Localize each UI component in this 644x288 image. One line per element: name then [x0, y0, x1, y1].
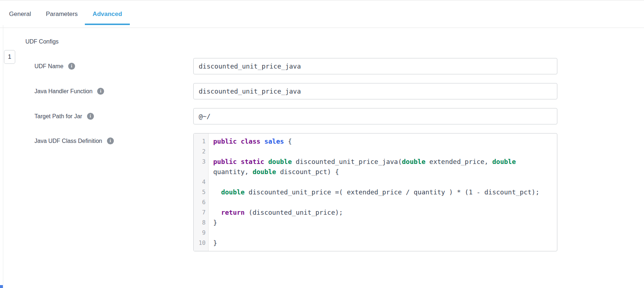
code-token	[213, 188, 221, 196]
field-label-group: Java UDF Class Definitioni	[34, 133, 193, 144]
field-label: Target Path for Jar	[34, 113, 82, 120]
code-line: 10}	[194, 238, 557, 248]
line-number: 6	[194, 197, 209, 207]
code-token: class	[241, 137, 260, 145]
code-token: public	[213, 158, 237, 165]
target-path-for-jar-input[interactable]	[193, 108, 557, 124]
code-token: discounted_unit_price =( extended_price …	[245, 188, 540, 196]
code-token: static	[241, 158, 264, 165]
code-token: (discounted_unit_price);	[245, 209, 343, 216]
code-line: 9	[194, 228, 557, 238]
code-line: 7 return (discounted_unit_price);	[194, 207, 557, 218]
code-line-content	[209, 228, 557, 238]
code-token: discounted_unit_price_java(	[292, 158, 402, 165]
line-number: 10	[194, 238, 209, 248]
code-line-content: public static double discounted_unit_pri…	[209, 157, 557, 177]
tab-general[interactable]: General	[9, 8, 31, 20]
code-line-content: }	[209, 218, 557, 228]
info-icon[interactable]: i	[97, 88, 104, 95]
code-line-content	[209, 197, 557, 207]
tab-advanced[interactable]: Advanced	[92, 8, 122, 20]
udf-name-input[interactable]	[193, 58, 557, 74]
code-token: }	[213, 239, 217, 247]
code-line-content: public class sales {	[209, 136, 557, 147]
code-line-content	[209, 177, 557, 187]
code-token: {	[284, 137, 292, 145]
info-icon[interactable]: i	[107, 137, 114, 144]
code-line: 3public static double discounted_unit_pr…	[194, 157, 557, 177]
code-token	[237, 158, 241, 165]
code-line: 4	[194, 177, 557, 187]
code-token: double	[252, 168, 276, 176]
field-label: UDF Name	[34, 63, 63, 70]
code-token: return	[221, 209, 245, 216]
code-line-content: return (discounted_unit_price);	[209, 207, 557, 218]
code-token: double	[402, 158, 425, 165]
code-line-content	[209, 147, 557, 157]
field-row-java-handler-function: Java Handler Functioni	[34, 83, 557, 99]
code-token	[260, 137, 264, 145]
code-line-content: }	[209, 238, 557, 248]
line-number: 3	[194, 157, 209, 177]
field-label-group: UDF Namei	[34, 63, 193, 70]
info-icon[interactable]: i	[68, 63, 75, 70]
line-number: 7	[194, 207, 209, 218]
code-token	[213, 209, 221, 216]
line-number: 1	[194, 136, 209, 147]
udf-config-form: UDF NameiJava Handler FunctioniTarget Pa…	[34, 58, 557, 260]
field-label-group: Target Path for Jari	[34, 113, 193, 120]
line-number: 4	[194, 177, 209, 187]
code-token: double	[221, 188, 245, 196]
tab-parameters[interactable]: Parameters	[46, 8, 78, 20]
code-line: 8}	[194, 218, 557, 228]
code-token: public	[213, 137, 237, 145]
code-token: }	[213, 219, 217, 226]
code-line: 1public class sales {	[194, 136, 557, 147]
udf-config-panel: GeneralParametersAdvanced UDF Configs 1 …	[0, 0, 644, 288]
index-badge: 1	[4, 50, 15, 64]
tab-bar: GeneralParametersAdvanced	[0, 0, 644, 28]
line-number: 8	[194, 218, 209, 228]
section-title: UDF Configs	[25, 38, 59, 45]
line-number: 2	[194, 147, 209, 157]
code-token: discount_pct) {	[276, 168, 339, 176]
code-line: 2	[194, 147, 557, 157]
line-number: 9	[194, 228, 209, 238]
code-token: extended_price,	[425, 158, 492, 165]
java-udf-code-editor[interactable]: 1public class sales {23public static dou…	[193, 133, 557, 251]
field-row-java-udf-class-definition: Java UDF Class Definitioni1public class …	[34, 133, 557, 251]
panel-left-border	[3, 25, 3, 288]
bottom-left-fragment	[0, 285, 3, 288]
info-icon[interactable]: i	[87, 113, 94, 120]
field-row-target-path-for-jar: Target Path for Jari	[34, 108, 557, 124]
code-token	[264, 158, 268, 165]
code-line-content: double discounted_unit_price =( extended…	[209, 187, 557, 197]
field-label-group: Java Handler Functioni	[34, 88, 193, 95]
code-token	[237, 137, 241, 145]
field-label: Java UDF Class Definition	[34, 138, 102, 144]
java-handler-function-input[interactable]	[193, 83, 557, 99]
code-token: double	[268, 158, 292, 165]
code-token: double	[492, 158, 516, 165]
code-line: 6	[194, 197, 557, 207]
code-token: sales	[264, 137, 284, 145]
field-row-udf-name: UDF Namei	[34, 58, 557, 74]
code-line: 5 double discounted_unit_price =( extend…	[194, 187, 557, 197]
field-label: Java Handler Function	[34, 88, 92, 95]
line-number: 5	[194, 187, 209, 197]
